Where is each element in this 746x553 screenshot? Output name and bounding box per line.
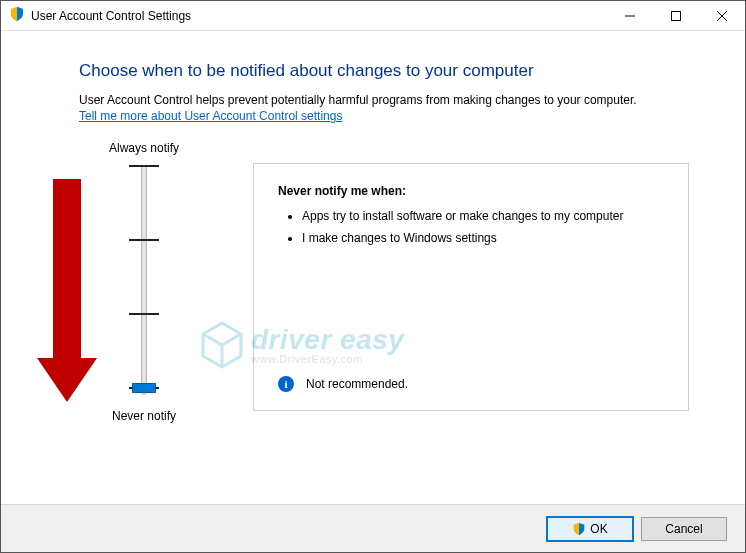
maximize-button[interactable]	[653, 1, 699, 31]
close-button[interactable]	[699, 1, 745, 31]
shield-icon	[572, 522, 586, 536]
learn-more-link[interactable]: Tell me more about User Account Control …	[79, 109, 342, 123]
ok-button[interactable]: OK	[547, 517, 633, 541]
slider-bottom-label: Never notify	[79, 409, 209, 423]
recommendation-row: i Not recommended.	[278, 376, 408, 392]
info-bullets: Apps try to install software or make cha…	[278, 208, 664, 246]
info-bullet: I make changes to Windows settings	[302, 230, 664, 246]
info-bullet: Apps try to install software or make cha…	[302, 208, 664, 224]
titlebar: User Account Control Settings	[1, 1, 745, 31]
down-arrow-annotation	[37, 179, 97, 402]
info-title: Never notify me when:	[278, 184, 664, 198]
slider-tick	[129, 239, 159, 241]
svg-rect-1	[672, 11, 681, 20]
footer: OK Cancel	[1, 504, 745, 552]
window-title: User Account Control Settings	[25, 9, 607, 23]
content-area: Choose when to be notified about changes…	[1, 31, 745, 504]
page-heading: Choose when to be notified about changes…	[79, 61, 689, 81]
minimize-button[interactable]	[607, 1, 653, 31]
info-panel: Never notify me when: Apps try to instal…	[253, 163, 689, 411]
slider-tick	[129, 165, 159, 167]
recommendation-text: Not recommended.	[306, 377, 408, 391]
slider-tick	[129, 313, 159, 315]
cancel-label: Cancel	[665, 522, 702, 536]
slider-track	[141, 165, 147, 395]
shield-icon	[9, 6, 25, 25]
slider-thumb[interactable]	[132, 383, 156, 393]
uac-slider[interactable]	[127, 161, 161, 399]
page-description: User Account Control helps prevent poten…	[79, 93, 689, 107]
ok-label: OK	[590, 522, 607, 536]
slider-top-label: Always notify	[79, 141, 209, 155]
info-icon: i	[278, 376, 294, 392]
cancel-button[interactable]: Cancel	[641, 517, 727, 541]
slider-column: Always notify Never notify	[79, 141, 209, 429]
